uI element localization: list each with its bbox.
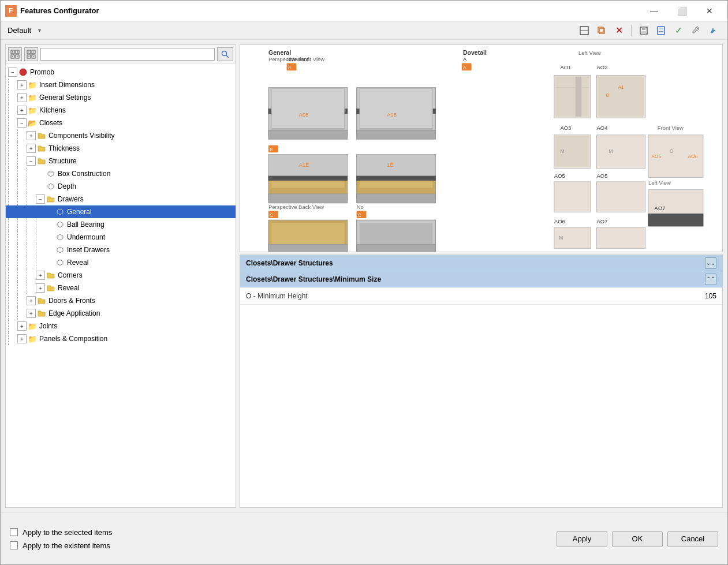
tree-toggle-panels-composition[interactable]: + <box>17 334 27 343</box>
wrench-btn[interactable] <box>688 23 703 38</box>
check-btn[interactable]: ✓ <box>671 23 686 38</box>
tree-search-input[interactable] <box>40 48 215 61</box>
leaf-icon4 <box>55 220 65 229</box>
tree-label-doors-fronts: Doors & Fronts <box>48 297 95 305</box>
tree-item-doors-fronts[interactable]: + Doors & Fronts <box>6 294 236 307</box>
checkbox-selected-items[interactable] <box>10 528 18 536</box>
tree-toggle-closets[interactable]: − <box>17 118 27 128</box>
tree-label-panels-composition: Panels & Composition <box>39 335 107 343</box>
tree-toggle-insert-dims[interactable]: + <box>17 80 27 89</box>
svg-rect-119 <box>648 214 703 226</box>
svg-rect-97 <box>597 182 645 212</box>
folder-icon3: 📁 <box>28 106 37 115</box>
tree-item-box-construction[interactable]: Box Construction <box>6 167 236 180</box>
svg-point-30 <box>222 51 227 55</box>
prop-row-min-height: O - Minimum Height 105 <box>240 287 722 305</box>
svg-line-31 <box>226 55 229 58</box>
main-window: F Features Configurator — ⬜ ✕ Default ▾ … <box>0 0 728 565</box>
svg-text:General: General <box>268 49 291 56</box>
calc-btn[interactable] <box>654 23 669 38</box>
tree-item-ball-bearing[interactable]: Ball Bearing <box>6 218 236 231</box>
svg-point-9 <box>659 31 660 32</box>
tree-item-general[interactable]: General <box>6 205 236 218</box>
close-button[interactable]: ✕ <box>696 2 723 20</box>
tree-item-edge-application[interactable]: + Edge Application <box>6 307 236 320</box>
svg-text:A: A <box>288 65 292 70</box>
subfolder-icon5 <box>46 271 55 280</box>
tree-item-reveal-drawer[interactable]: Reveal <box>6 256 236 269</box>
tree-content: − Promob + 📁 Insert Dimensions + <box>6 63 236 507</box>
tree-item-depth[interactable]: Depth <box>6 180 236 193</box>
tree-toggle-comp-visibility[interactable]: + <box>27 131 36 140</box>
svg-rect-79 <box>357 175 436 180</box>
tree-label-reveal-drawer: Reveal <box>67 259 88 267</box>
checkbox-existent-items[interactable] <box>10 541 18 549</box>
svg-text:M: M <box>559 235 563 241</box>
svg-text:A: A <box>463 65 466 70</box>
tree-item-closets[interactable]: − 📂 Closets <box>6 117 236 129</box>
tree-item-undermount[interactable]: Undermount <box>6 231 236 244</box>
cancel-button[interactable]: Cancel <box>667 531 718 547</box>
tree-item-joints[interactable]: + 📁 Joints <box>6 320 236 332</box>
svg-point-32 <box>20 69 27 76</box>
tree-item-insert-dims[interactable]: + 📁 Insert Dimensions <box>6 78 236 91</box>
minimize-button[interactable]: — <box>641 2 667 20</box>
svg-text:AO7: AO7 <box>597 218 608 224</box>
ok-button[interactable]: OK <box>612 531 663 547</box>
tree-item-kitchens[interactable]: + 📁 Kitchens <box>6 104 236 117</box>
tree-toggle-structure[interactable]: − <box>27 156 36 166</box>
tree-item-corners[interactable]: + Corners <box>6 269 236 282</box>
tree-toggle-drawers[interactable]: − <box>36 194 45 204</box>
tree-item-reveal-structure[interactable]: + Reveal <box>6 282 236 294</box>
tree-label-corners: Corners <box>58 271 83 279</box>
delete-btn[interactable]: ✕ <box>611 23 626 38</box>
folder-icon4: 📂 <box>28 118 37 128</box>
tree-item-general-settings[interactable]: + 📁 General Settings <box>6 91 236 104</box>
checkbox-label-selected: Apply to the selected items <box>23 528 112 537</box>
tree-search-button[interactable] <box>217 47 233 61</box>
pick-btn[interactable] <box>705 23 720 38</box>
prop-section2-collapse-btn[interactable]: ⌃⌃ <box>705 274 716 285</box>
svg-text:AO3: AO3 <box>560 125 571 131</box>
svg-rect-116 <box>597 227 645 249</box>
tree-toggle-edge-application[interactable]: + <box>27 309 36 318</box>
toolbar: ✕ ✓ <box>577 23 720 38</box>
tree-expand-all-btn[interactable] <box>8 47 22 61</box>
tree-toggle-joints[interactable]: + <box>17 321 27 331</box>
tree-item-structure[interactable]: − Structure <box>6 155 236 167</box>
tree-toggle-corners[interactable]: + <box>36 271 45 280</box>
copy-btn[interactable] <box>594 23 609 38</box>
tree-item-comp-visibility[interactable]: + Components Visibility <box>6 129 236 142</box>
apply-button[interactable]: Apply <box>557 531 607 547</box>
tree-toggle-doors-fronts[interactable]: + <box>27 296 36 305</box>
prop-section1-collapse-btn[interactable]: ⌄⌄ <box>705 257 716 269</box>
tree-item-promob[interactable]: − Promob <box>6 66 236 78</box>
subfolder-icon3 <box>37 156 46 166</box>
tree-item-thickness[interactable]: + Thickness <box>6 142 236 155</box>
insert-dims-btn[interactable] <box>577 23 592 38</box>
tree-toggle-kitchens[interactable]: + <box>17 106 27 115</box>
prop-section1-title: Closets\Drawer Structures <box>246 259 333 267</box>
checkboxes-area: Apply to the selected items Apply to the… <box>10 528 557 550</box>
tree-item-panels-composition[interactable]: + 📁 Panels & Composition <box>6 332 236 345</box>
svg-text:A1E: A1E <box>299 162 309 168</box>
svg-text:M: M <box>560 148 564 154</box>
tree-toggle-general-settings[interactable]: + <box>17 93 27 102</box>
tree-item-inset-drawers[interactable]: Inset Drawers <box>6 244 236 256</box>
toolbar-dropdown[interactable]: ▾ <box>38 27 41 33</box>
title-bar: F Features Configurator — ⬜ ✕ <box>1 1 727 21</box>
subfolder-icon8 <box>37 309 46 318</box>
tree-toggle-promob[interactable]: − <box>8 68 17 77</box>
svg-rect-109 <box>360 223 432 245</box>
svg-text:AO1: AO1 <box>560 64 571 70</box>
dropdown-arrow-icon[interactable]: ▾ <box>38 27 41 33</box>
tree-collapse-all-btn[interactable] <box>24 47 38 61</box>
tree-label-undermount: Undermount <box>67 233 105 241</box>
buttons-area: Apply OK Cancel <box>557 531 718 547</box>
svg-rect-103 <box>271 223 344 245</box>
maximize-button[interactable]: ⬜ <box>669 2 695 20</box>
tree-item-drawers[interactable]: − Drawers <box>6 193 236 205</box>
save-btn[interactable] <box>636 23 651 38</box>
tree-toggle-thickness[interactable]: + <box>27 144 36 153</box>
tree-toggle-reveal-structure[interactable]: + <box>36 283 45 293</box>
